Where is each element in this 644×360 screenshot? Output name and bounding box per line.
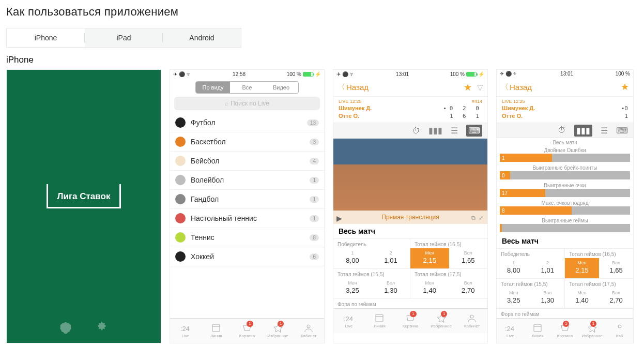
odd-cell[interactable]: Бол1,65 <box>599 258 633 278</box>
tabbar-label: Избранное <box>267 334 288 338</box>
odd-cell[interactable]: 21,01 <box>531 258 565 278</box>
odd-label: Мен <box>410 280 449 286</box>
player1: Шимунек Д. <box>339 105 372 112</box>
timer-icon[interactable]: ⏱ <box>558 126 566 135</box>
tabbar-label: Корзина <box>239 334 255 338</box>
odd-label: Бол <box>599 290 633 295</box>
tabbar-кабинет[interactable]: Кабинет <box>456 309 487 333</box>
tabbar-live[interactable]: :24Live <box>170 319 201 343</box>
sport-count: 3 <box>310 139 319 145</box>
tabbar-live[interactable]: :24Live <box>497 319 524 343</box>
list-icon[interactable]: ☰ <box>451 126 458 136</box>
odd-cell[interactable]: Бол2,70 <box>599 288 633 308</box>
odd-block: Тотал геймов (17,5)Мен1,40Бол2,70 <box>565 279 633 308</box>
score1b: •0 <box>621 105 628 112</box>
timer-icon[interactable]: ⏱ <box>412 126 420 136</box>
svg-point-3 <box>307 325 310 328</box>
odd-cell[interactable]: 18,00 <box>333 248 372 268</box>
svg-rect-9 <box>534 324 541 332</box>
segment-control[interactable]: По виду Все Видео <box>195 81 299 94</box>
seg-video[interactable]: Видео <box>264 82 298 93</box>
odd-cell[interactable]: 18,00 <box>497 258 531 278</box>
video-player[interactable]: ▶ Прямая трансляция ⧉⤢ <box>333 139 487 224</box>
player2: Отте О. <box>339 113 359 119</box>
seg-byview[interactable]: По виду <box>196 82 230 93</box>
search-input[interactable]: ⌕ Поиск по Live <box>174 97 320 110</box>
tabbar-корзина[interactable]: Корзина1 <box>551 319 579 343</box>
back-button[interactable]: 〈Назад <box>501 82 532 92</box>
sport-row[interactable]: Хоккей6 <box>170 247 324 266</box>
odd-cell[interactable]: Мен3,25 <box>333 278 372 298</box>
tabbar-kabinet[interactable]: Каб <box>606 319 633 343</box>
tabbar-label: Линия <box>532 334 544 338</box>
odd-value: 2,70 <box>449 287 488 294</box>
tab-ipad[interactable]: iPad <box>85 28 163 47</box>
svg-text::24: :24 <box>180 325 190 333</box>
stats-icon[interactable]: ▮▮▮ <box>428 126 442 136</box>
tabbar-избранное[interactable]: Избранное1 <box>578 319 606 343</box>
keyboard-icon[interactable]: ⌨ <box>466 125 482 137</box>
play-icon[interactable]: ▶ <box>336 214 342 222</box>
section-header: Весь матч <box>333 224 487 239</box>
stat-bar: 17 <box>500 189 630 197</box>
odd-cell[interactable]: Мен1,40 <box>410 278 449 298</box>
sport-icon <box>175 194 186 204</box>
sport-row[interactable]: Баскетбол3 <box>170 132 324 152</box>
sport-count: 13 <box>307 119 319 126</box>
tabbar-корзина[interactable]: Корзина1 <box>395 309 426 333</box>
page-title: Как пользоваться приложением <box>6 5 638 19</box>
odd-block: Тотал геймов (17,5)Мен1,40Бол2,70 <box>410 269 487 298</box>
platform-tabs: iPhone iPad Android <box>6 28 241 48</box>
sport-row[interactable]: Теннис8 <box>170 228 324 247</box>
stats-icon[interactable]: ▮▮▮ <box>574 125 592 137</box>
expand-icon[interactable]: ⤢ <box>479 215 483 221</box>
odd-cell[interactable]: Бол1,30 <box>372 278 410 298</box>
tabbar-линия[interactable]: Линия <box>524 319 551 343</box>
star-icon[interactable]: ★ <box>464 82 472 93</box>
sport-row[interactable]: Футбол13 <box>170 113 324 132</box>
odd-header: Тотал геймов (16,5) <box>410 239 487 248</box>
sport-row[interactable]: Бейсбол4 <box>170 152 324 171</box>
status-time: 13:01 <box>396 71 409 77</box>
svg-point-7 <box>470 315 473 318</box>
list-icon[interactable]: ☰ <box>601 126 608 136</box>
odd-cell[interactable]: Бол1,65 <box>449 248 488 268</box>
odd-cell[interactable]: Мен3,25 <box>497 288 531 308</box>
tab-iphone[interactable]: iPhone <box>7 28 85 47</box>
tabbar-линия[interactable]: Линия <box>201 319 232 343</box>
splash-logo: Лига Ставок <box>47 184 121 208</box>
tabbar-live[interactable]: :24Live <box>333 309 364 333</box>
odd-cell[interactable]: 21,01 <box>372 248 410 268</box>
odd-cell[interactable]: Бол2,70 <box>449 278 488 298</box>
odd-cell[interactable]: Мен2,15 <box>410 248 449 268</box>
seg-all[interactable]: Все <box>230 82 264 93</box>
pip-icon[interactable]: ⧉ <box>471 215 476 221</box>
sport-name: Футбол <box>191 118 216 127</box>
tabbar-избранное[interactable]: Избранное1 <box>426 309 457 333</box>
sport-row[interactable]: Волейбол1 <box>170 171 324 190</box>
tabbar-корзина[interactable]: Корзина1 <box>232 319 263 343</box>
odd-label: Бол <box>449 280 488 286</box>
odd-cell[interactable]: Мен1,40 <box>565 288 599 308</box>
odd-cell[interactable]: Мен2,15 <box>565 258 599 278</box>
star-icon[interactable]: ★ <box>621 81 629 93</box>
svg-text::24: :24 <box>505 325 514 333</box>
back-button[interactable]: 〈Назад <box>338 82 369 92</box>
odd-header: Фора по геймам <box>497 309 633 318</box>
sport-name: Бейсбол <box>191 157 219 165</box>
odd-cell[interactable]: Бол1,30 <box>531 288 565 308</box>
tab-android[interactable]: Android <box>163 28 241 47</box>
keyboard-icon[interactable]: ⌨ <box>616 126 628 136</box>
odd-block: Победитель18,0021,01 <box>497 249 565 278</box>
tabbar-icon <box>374 313 385 323</box>
sport-row[interactable]: Настольный теннис1 <box>170 209 324 228</box>
tabbar-избранное[interactable]: Избранное1 <box>263 319 294 343</box>
sport-row[interactable]: Гандбол1 <box>170 190 324 209</box>
tabbar-кабинет[interactable]: Кабинет <box>293 319 324 343</box>
filter-icon[interactable]: ▽ <box>477 83 483 92</box>
tabbar-линия[interactable]: Линия <box>364 309 395 333</box>
player2: Отте О. <box>502 113 523 119</box>
sport-icon <box>175 213 186 223</box>
sport-count: 4 <box>310 158 319 164</box>
stat-label: Выигранные брейк-поинты <box>497 163 633 171</box>
